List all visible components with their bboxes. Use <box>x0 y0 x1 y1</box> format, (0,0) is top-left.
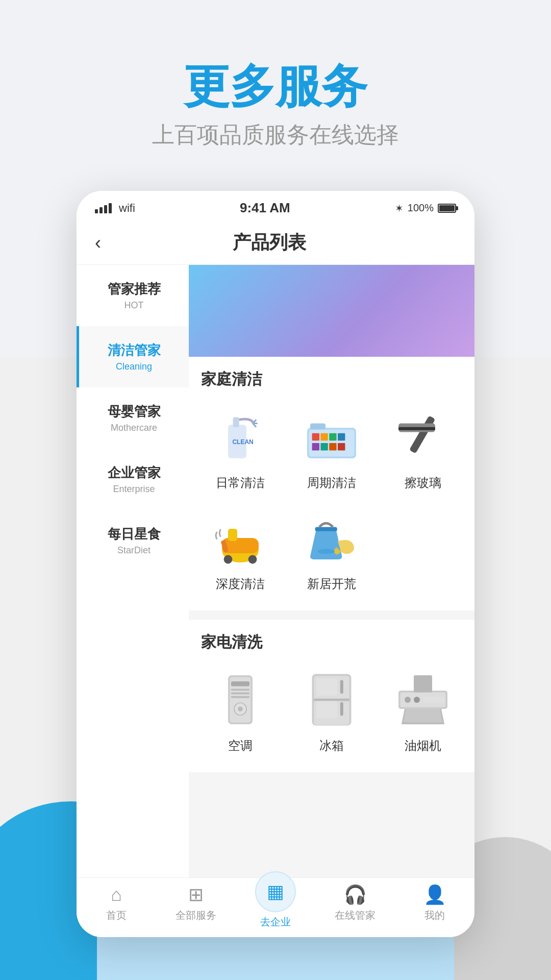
home-icon: ⌂ <box>111 884 122 905</box>
squeegee-icon <box>392 406 454 468</box>
range-hood-icon <box>392 669 454 730</box>
svg-point-23 <box>248 555 257 564</box>
svg-rect-28 <box>231 681 249 687</box>
sidebar-item-mothercare[interactable]: 母婴管家 Mothercare <box>77 387 189 449</box>
sidebar-label-cn-mothercare: 母婴管家 <box>87 403 181 421</box>
svg-rect-29 <box>231 689 249 691</box>
nav-title: 产品列表 <box>101 230 438 255</box>
sidebar-label-cn-cleaning: 清洁管家 <box>87 341 181 359</box>
product-ac[interactable]: 空调 <box>195 661 286 762</box>
tab-home[interactable]: ⌂ 首页 <box>77 884 156 929</box>
section-appliance-cleaning: 家电清洗 <box>189 620 474 772</box>
bluetooth-icon: ✶ <box>395 202 404 214</box>
manager-icon: 🎧 <box>344 884 367 905</box>
sidebar-label-en-stardiet: StarDiet <box>87 545 181 556</box>
sidebar-item-stardiet[interactable]: 每日星食 StarDiet <box>77 510 189 571</box>
product-hood[interactable]: 油烟机 <box>377 661 468 762</box>
sidebar-item-enterprise[interactable]: 企业管家 Enterprise <box>77 449 189 510</box>
svg-rect-8 <box>329 433 336 440</box>
product-label-new-home: 新居开荒 <box>307 576 356 592</box>
svg-rect-14 <box>310 424 325 430</box>
svg-rect-38 <box>340 702 343 716</box>
section-title-home-cleaning: 家庭清洁 <box>189 357 474 398</box>
all-services-icon: ⊞ <box>188 884 204 905</box>
sub-title: 上百项品质服务在线选择 <box>152 120 399 150</box>
sidebar-label-en-hot: HOT <box>87 300 181 311</box>
steam-cleaner-icon <box>210 507 271 569</box>
svg-rect-36 <box>314 699 349 701</box>
mine-icon: 👤 <box>423 884 446 905</box>
section-home-cleaning: 家庭清洁 CLEAN <box>189 357 474 610</box>
svg-rect-6 <box>312 433 319 440</box>
sidebar-label-en-cleaning: Cleaning <box>87 361 181 372</box>
status-left: wifi <box>95 202 135 215</box>
product-label-hood: 油烟机 <box>405 738 441 754</box>
tab-label-enterprise: 去企业 <box>260 915 291 929</box>
product-deep-clean[interactable]: 深度清洁 <box>195 499 286 600</box>
product-label-deep-clean: 深度清洁 <box>216 576 265 592</box>
svg-rect-17 <box>398 427 435 430</box>
sidebar-label-en-enterprise: Enterprise <box>87 484 181 495</box>
sidebar-item-hot[interactable]: 管家推荐 HOT <box>77 265 189 326</box>
signal-bar-2 <box>99 207 103 213</box>
svg-rect-9 <box>338 433 345 440</box>
status-time: 9:41 AM <box>240 200 290 216</box>
status-right: ✶ 100% <box>395 202 456 214</box>
refrigerator-icon <box>301 669 362 730</box>
svg-rect-31 <box>231 696 249 698</box>
product-periodic-clean[interactable]: 周期清洁 <box>286 398 378 499</box>
page-header: 更多服务 上百项品质服务在线选择 <box>152 0 399 150</box>
svg-point-45 <box>414 697 420 703</box>
content-panel: 家庭清洁 CLEAN <box>189 265 474 877</box>
tab-bar: ⌂ 首页 ⊞ 全部服务 ▦ 去企业 🎧 在线管家 👤 我的 <box>77 877 474 937</box>
svg-rect-39 <box>316 678 337 696</box>
battery-fill <box>439 205 455 211</box>
product-fridge[interactable]: 冰箱 <box>286 661 378 762</box>
product-label-window-clean: 擦玻璃 <box>405 475 441 491</box>
back-button[interactable]: ‹ <box>95 232 101 254</box>
svg-rect-7 <box>320 433 328 440</box>
tab-mine[interactable]: 👤 我的 <box>395 884 474 929</box>
svg-rect-13 <box>338 443 345 450</box>
enterprise-icon: ▦ <box>267 881 284 902</box>
sidebar-label-cn-stardiet: 每日星食 <box>87 525 181 543</box>
tab-all-services[interactable]: ⊞ 全部服务 <box>156 884 236 929</box>
svg-point-25 <box>317 549 335 554</box>
product-grid-appliance: 空调 <box>189 661 474 772</box>
product-label-ac: 空调 <box>228 738 253 754</box>
svg-rect-2 <box>233 418 239 427</box>
bucket-gloves-icon <box>301 507 362 569</box>
tab-enterprise-circle: ▦ <box>255 871 296 912</box>
product-label-fridge: 冰箱 <box>319 738 344 754</box>
main-content: 管家推荐 HOT 清洁管家 Cleaning 母婴管家 Mothercare 企… <box>77 265 474 877</box>
status-bar: wifi 9:41 AM ✶ 100% <box>77 191 474 221</box>
nav-bar: ‹ 产品列表 <box>77 221 474 265</box>
tab-label-mine: 我的 <box>424 909 445 922</box>
svg-rect-40 <box>316 701 337 718</box>
product-window-clean[interactable]: 擦玻璃 <box>377 398 468 499</box>
banner <box>189 265 474 357</box>
product-new-home[interactable]: 新居开荒 <box>286 499 378 600</box>
svg-text:CLEAN: CLEAN <box>233 438 254 446</box>
sidebar-item-cleaning[interactable]: 清洁管家 Cleaning <box>77 326 189 387</box>
signal-bars <box>95 203 112 213</box>
svg-rect-12 <box>329 443 336 450</box>
section-title-appliance: 家电清洗 <box>189 620 474 661</box>
product-daily-clean[interactable]: CLEAN 日常清洁 <box>195 398 286 499</box>
tab-label-manager: 在线管家 <box>335 909 375 922</box>
main-title: 更多服务 <box>152 61 399 112</box>
sidebar: 管家推荐 HOT 清洁管家 Cleaning 母婴管家 Mothercare 企… <box>77 265 189 877</box>
air-conditioner-icon <box>210 669 271 730</box>
wifi-icon: wifi <box>119 202 135 215</box>
sidebar-label-cn-hot: 管家推荐 <box>87 280 181 298</box>
product-label-periodic-clean: 周期清洁 <box>307 475 356 491</box>
tab-manager[interactable]: 🎧 在线管家 <box>315 884 395 929</box>
svg-rect-46 <box>423 697 444 703</box>
svg-rect-20 <box>228 529 237 541</box>
signal-bar-1 <box>95 209 98 213</box>
svg-point-33 <box>238 706 243 712</box>
tab-enterprise[interactable]: ▦ 去企业 <box>236 884 315 929</box>
svg-rect-15 <box>409 415 435 454</box>
battery-icon <box>438 204 456 213</box>
product-grid-home: CLEAN 日常清洁 <box>189 398 474 610</box>
